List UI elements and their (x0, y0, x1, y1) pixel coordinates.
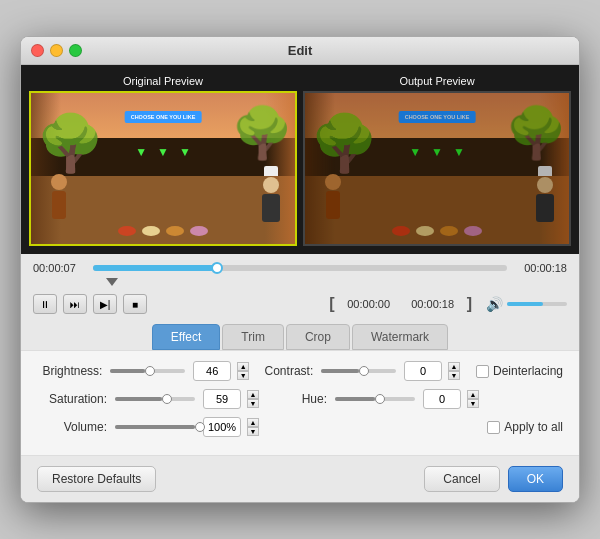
maximize-button[interactable] (69, 44, 82, 57)
start-time: 00:00:07 (33, 262, 85, 274)
volume-label: Volume: (37, 420, 107, 434)
contrast-up[interactable]: ▲ (448, 362, 460, 371)
original-preview-frame: 🌳 🌳 CHOOSE ONE YOU LIKE ▼ ▼ ▼ (29, 91, 297, 246)
brightness-fill (110, 369, 144, 373)
output-char-pilgrim (536, 166, 554, 222)
tab-crop[interactable]: Crop (286, 324, 350, 350)
step-forward-button[interactable]: ▶| (93, 294, 117, 314)
banner: CHOOSE ONE YOU LIKE (125, 111, 202, 123)
stop-button[interactable]: ■ (123, 294, 147, 314)
hue-stepper[interactable]: ▲ ▼ (467, 390, 479, 408)
tab-trim[interactable]: Trim (222, 324, 284, 350)
original-preview-label: Original Preview (29, 73, 297, 91)
brightness-up[interactable]: ▲ (237, 362, 249, 371)
volume-down[interactable]: ▼ (247, 427, 259, 436)
ok-button[interactable]: OK (508, 466, 563, 492)
hue-slider[interactable] (335, 397, 415, 401)
action-buttons: Cancel OK (424, 466, 563, 492)
volume-stepper[interactable]: ▲ ▼ (247, 418, 259, 436)
volume-up[interactable]: ▲ (247, 418, 259, 427)
volume-fill (507, 302, 543, 306)
brightness-slider[interactable] (110, 369, 185, 373)
char-pilgrim (262, 166, 280, 222)
output-food-row (392, 226, 482, 236)
bracket-open: [ (329, 295, 334, 313)
hue-down[interactable]: ▼ (467, 399, 479, 408)
volume-effect-slider[interactable] (115, 425, 195, 429)
volume-icon: 🔊 (486, 296, 503, 312)
cancel-button[interactable]: Cancel (424, 466, 499, 492)
saturation-hue-row: Saturation: ▲ ▼ Hue: ▲ ▼ (37, 389, 563, 409)
volume-effect-thumb[interactable] (195, 422, 205, 432)
output-banner: CHOOSE ONE YOU LIKE (399, 111, 476, 123)
deinterlacing-label: Deinterlacing (493, 364, 563, 378)
close-button[interactable] (31, 44, 44, 57)
arrow1: ▼ (135, 145, 147, 159)
contrast-value[interactable] (404, 361, 442, 381)
output-tree-shape-right: 🌳 (505, 108, 567, 158)
time-start-input[interactable] (339, 298, 399, 310)
titlebar: Edit (21, 37, 579, 65)
hue-label: Hue: (267, 392, 327, 406)
restore-defaults-button[interactable]: Restore Defaults (37, 466, 156, 492)
brightness-value[interactable] (193, 361, 231, 381)
controls-area: 00:00:07 00:00:18 ⏸ ⏭ ▶| ■ [ ] 🔊 (21, 254, 579, 502)
saturation-value[interactable] (203, 389, 241, 409)
timeline-arrow-row (21, 278, 579, 290)
window-title: Edit (288, 43, 313, 58)
hue-fill (335, 397, 375, 401)
contrast-slider[interactable] (321, 369, 396, 373)
saturation-thumb[interactable] (162, 394, 172, 404)
contrast-fill (321, 369, 358, 373)
brightness-label: Brightness: (37, 364, 102, 378)
contrast-label: Contrast: (257, 364, 313, 378)
deinterlacing-group: Deinterlacing (476, 364, 563, 378)
next-frame-button[interactable]: ⏭ (63, 294, 87, 314)
tab-row: Effect Trim Crop Watermark (21, 318, 579, 350)
end-time: 00:00:18 (515, 262, 567, 274)
timeline-thumb[interactable] (211, 262, 223, 274)
contrast-down[interactable]: ▼ (448, 371, 460, 380)
food-row (118, 226, 208, 236)
saturation-slider[interactable] (115, 397, 195, 401)
brightness-down[interactable]: ▼ (237, 371, 249, 380)
saturation-down[interactable]: ▼ (247, 399, 259, 408)
output-preview-label: Output Preview (303, 73, 571, 91)
preview-area: Original Preview 🌳 🌳 CHOOSE ONE YOU LIKE (21, 65, 579, 254)
hue-value[interactable] (423, 389, 461, 409)
volume-row: Volume: ▲ ▼ Apply to all (37, 417, 563, 437)
volume-value[interactable] (203, 417, 241, 437)
saturation-stepper[interactable]: ▲ ▼ (247, 390, 259, 408)
effect-panel: Brightness: ▲ ▼ Contrast: ▲ (21, 350, 579, 455)
timeline-fill (93, 265, 217, 271)
apply-all-checkbox[interactable] (487, 421, 500, 434)
output-preview-frame: 🌳 🌳 CHOOSE ONE YOU LIKE ▼ ▼ ▼ (303, 91, 571, 246)
time-end-input[interactable] (403, 298, 463, 310)
output-preview-panel: Output Preview 🌳 🌳 CHOOSE ONE YOU LIKE ▼… (303, 73, 571, 246)
hue-thumb[interactable] (375, 394, 385, 404)
contrast-thumb[interactable] (359, 366, 369, 376)
playback-controls: ⏸ ⏭ ▶| ■ [ ] 🔊 (21, 290, 579, 318)
contrast-stepper[interactable]: ▲ ▼ (448, 362, 460, 380)
deinterlacing-checkbox[interactable] (476, 365, 489, 378)
tab-watermark[interactable]: Watermark (352, 324, 448, 350)
minimize-button[interactable] (50, 44, 63, 57)
pause-button[interactable]: ⏸ (33, 294, 57, 314)
saturation-fill (115, 397, 162, 401)
arrow3: ▼ (179, 145, 191, 159)
saturation-up[interactable]: ▲ (247, 390, 259, 399)
timeline-track[interactable] (93, 265, 507, 271)
tree-shape-right: 🌳 (231, 108, 293, 158)
window-controls (31, 44, 82, 57)
hue-up[interactable]: ▲ (467, 390, 479, 399)
output-tree-shape-left: 🌳 (310, 116, 379, 171)
brightness-thumb[interactable] (145, 366, 155, 376)
bracket-close: ] (467, 295, 472, 313)
apply-all-group: Apply to all (487, 420, 563, 434)
tab-effect[interactable]: Effect (152, 324, 220, 350)
volume-control: 🔊 (486, 296, 567, 312)
main-window: Edit Original Preview 🌳 🌳 CHOOSE ONE YOU… (20, 36, 580, 503)
volume-track[interactable] (507, 302, 567, 306)
brightness-stepper[interactable]: ▲ ▼ (237, 362, 249, 380)
playhead-arrow (106, 278, 118, 286)
